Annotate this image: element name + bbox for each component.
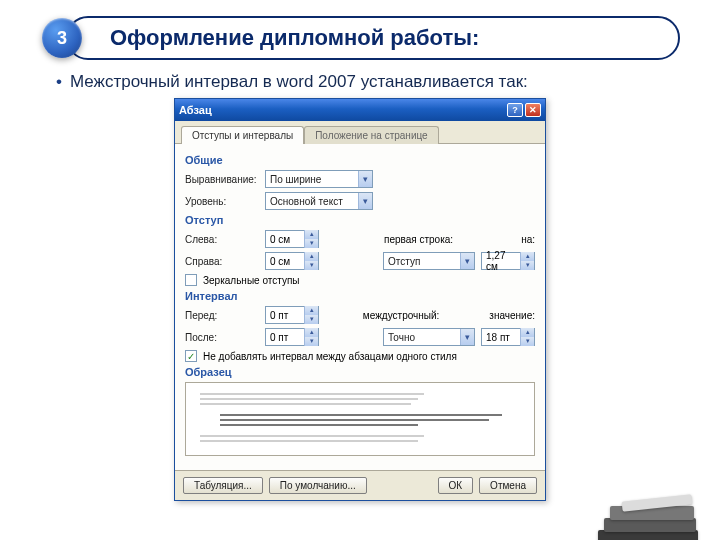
- close-button[interactable]: ✕: [525, 103, 541, 117]
- chevron-down-icon: ▾: [460, 329, 474, 345]
- section-indent: Отступ: [185, 214, 535, 226]
- slide-bullet: •Межстрочный интервал в word 2007 устана…: [56, 72, 670, 92]
- tabstrip: Отступы и интервалы Положение на страниц…: [175, 121, 545, 144]
- spacing-after-spinner[interactable]: 0 пт ▴▾: [265, 328, 319, 346]
- books-illustration: [578, 454, 718, 540]
- spacing-value: 18 пт: [482, 331, 520, 344]
- indent-on-label: на:: [521, 234, 535, 245]
- no-space-same-style-label: Не добавлять интервал между абзацами одн…: [203, 351, 457, 362]
- chevron-down-icon: ▾: [460, 253, 474, 269]
- bullet-dot: •: [56, 72, 62, 91]
- slide-header: 3 Оформление дипломной работы:: [30, 14, 680, 62]
- titlebar[interactable]: Абзац ? ✕: [175, 99, 545, 121]
- first-line-value: Отступ: [384, 255, 460, 268]
- help-button[interactable]: ?: [507, 103, 523, 117]
- indent-left-label: Слева:: [185, 234, 259, 245]
- indent-right-value: 0 см: [266, 255, 304, 268]
- spacing-before-value: 0 пт: [266, 309, 304, 322]
- first-line-select[interactable]: Отступ ▾: [383, 252, 475, 270]
- bullet-text: Межстрочный интервал в word 2007 устанав…: [70, 72, 528, 91]
- indent-right-label: Справа:: [185, 256, 259, 267]
- chevron-down-icon: ▾: [358, 171, 372, 187]
- line-spacing-label: междустрочный:: [363, 310, 440, 321]
- tab-page-position[interactable]: Положение на странице: [304, 126, 438, 144]
- indent-right-spinner[interactable]: 0 см ▴▾: [265, 252, 319, 270]
- spacing-after-label: После:: [185, 332, 259, 343]
- spacing-after-value: 0 пт: [266, 331, 304, 344]
- alignment-label: Выравнивание:: [185, 174, 259, 185]
- alignment-value: По ширине: [266, 173, 358, 186]
- spacing-value-spinner[interactable]: 18 пт ▴▾: [481, 328, 535, 346]
- preview-box: [185, 382, 535, 456]
- section-spacing: Интервал: [185, 290, 535, 302]
- indent-left-value: 0 см: [266, 233, 304, 246]
- slide-title: Оформление дипломной работы:: [110, 25, 479, 51]
- dialog-title: Абзац: [179, 104, 212, 116]
- indent-on-value: 1,27 см: [482, 249, 520, 273]
- level-value: Основной текст: [266, 195, 358, 208]
- indent-on-spinner[interactable]: 1,27 см ▴▾: [481, 252, 535, 270]
- no-space-same-style-checkbox[interactable]: [185, 350, 197, 362]
- mirror-indents-checkbox[interactable]: [185, 274, 197, 286]
- section-preview: Образец: [185, 366, 535, 378]
- spacing-before-label: Перед:: [185, 310, 259, 321]
- alignment-select[interactable]: По ширине ▾: [265, 170, 373, 188]
- ok-button[interactable]: ОК: [438, 477, 474, 494]
- tab-indents-spacing[interactable]: Отступы и интервалы: [181, 126, 304, 144]
- first-line-label: первая строка:: [384, 234, 453, 245]
- slide-number-badge: 3: [42, 18, 82, 58]
- level-label: Уровень:: [185, 196, 259, 207]
- button-bar: Табуляция... По умолчанию... ОК Отмена: [175, 470, 545, 500]
- dialog-body: Общие Выравнивание: По ширине ▾ Уровень:…: [175, 144, 545, 470]
- cancel-button[interactable]: Отмена: [479, 477, 537, 494]
- level-select[interactable]: Основной текст ▾: [265, 192, 373, 210]
- mirror-indents-label: Зеркальные отступы: [203, 275, 300, 286]
- line-spacing-value: Точно: [384, 331, 460, 344]
- tabstops-button[interactable]: Табуляция...: [183, 477, 263, 494]
- defaults-button[interactable]: По умолчанию...: [269, 477, 367, 494]
- line-spacing-select[interactable]: Точно ▾: [383, 328, 475, 346]
- spacing-before-spinner[interactable]: 0 пт ▴▾: [265, 306, 319, 324]
- section-general: Общие: [185, 154, 535, 166]
- chevron-down-icon: ▾: [358, 193, 372, 209]
- indent-left-spinner[interactable]: 0 см ▴▾: [265, 230, 319, 248]
- slide-title-pill: Оформление дипломной работы:: [66, 16, 680, 60]
- spacing-value-label: значение:: [489, 310, 535, 321]
- paragraph-dialog: Абзац ? ✕ Отступы и интервалы Положение …: [174, 98, 546, 501]
